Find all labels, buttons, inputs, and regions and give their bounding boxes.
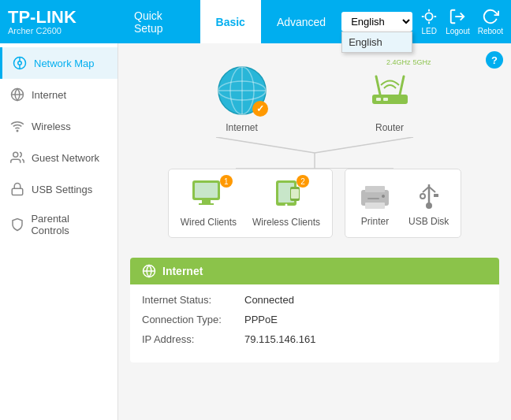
wireless-count-badge: 2 xyxy=(297,175,309,188)
usb-disk-device[interactable]: USB Disk xyxy=(408,180,449,227)
reboot-button[interactable]: Reboot xyxy=(478,8,503,35)
info-globe-icon xyxy=(142,264,156,278)
tab-advanced[interactable]: Advanced xyxy=(261,0,341,43)
svg-rect-22 xyxy=(383,98,388,101)
info-header: Internet xyxy=(130,258,499,284)
language-dropdown[interactable]: English xyxy=(341,12,412,32)
svg-point-7 xyxy=(18,61,22,65)
internet-label: Internet xyxy=(226,122,258,133)
sidebar-item-wireless[interactable]: Wireless xyxy=(0,110,117,142)
sidebar-label-wireless: Wireless xyxy=(32,121,71,132)
svg-point-36 xyxy=(285,204,288,206)
info-body: Internet Status: Connected Connection Ty… xyxy=(130,284,499,362)
language-dropdown-list: English xyxy=(341,32,412,53)
bottom-devices-row: 1 Wired Clients xyxy=(168,169,462,238)
wifi-24ghz-label: 2.4GHz xyxy=(386,58,411,66)
tab-quick-setup[interactable]: Quick Setup xyxy=(118,0,200,43)
sidebar-label-internet: Internet xyxy=(32,89,66,101)
router-label: Router xyxy=(375,122,404,133)
connection-type-label: Connection Type: xyxy=(142,314,244,325)
main-layout: Network Map Internet Wirele xyxy=(0,43,511,420)
svg-point-47 xyxy=(420,194,425,199)
svg-line-26 xyxy=(315,137,413,153)
tab-basic[interactable]: Basic xyxy=(200,0,261,43)
ip-value: 79.115.146.161 xyxy=(244,333,315,345)
logout-button[interactable]: Logout xyxy=(446,8,470,35)
router-device: 2.4GHz 5GHz xyxy=(364,65,416,133)
wireless-icon xyxy=(9,118,25,134)
sidebar: Network Map Internet Wirele xyxy=(0,43,118,420)
svg-rect-21 xyxy=(376,98,381,101)
svg-rect-40 xyxy=(365,186,385,192)
svg-point-49 xyxy=(426,203,432,209)
ip-label: IP Address: xyxy=(142,333,244,345)
info-panel: Internet Internet Status: Connected Conn… xyxy=(130,258,499,362)
connector-svg xyxy=(149,137,480,169)
svg-rect-43 xyxy=(367,198,379,199)
wired-clients-label: Wired Clients xyxy=(181,217,237,228)
sidebar-item-guest-network[interactable]: Guest Network xyxy=(0,142,117,173)
usb-disk-label: USB Disk xyxy=(408,216,449,227)
parental-controls-icon xyxy=(9,217,24,232)
help-button[interactable]: ? xyxy=(486,51,503,69)
header-right: English English LED Logout xyxy=(341,8,503,35)
sidebar-item-internet[interactable]: Internet xyxy=(0,79,117,110)
svg-line-23 xyxy=(376,76,380,95)
reboot-label: Reboot xyxy=(478,27,503,35)
logout-label: Logout xyxy=(446,27,470,35)
svg-rect-48 xyxy=(434,194,438,197)
led-icon xyxy=(420,8,438,25)
svg-rect-32 xyxy=(202,200,211,203)
info-row-ip: IP Address: 79.115.146.161 xyxy=(142,333,487,345)
usb-svg xyxy=(413,180,445,212)
wireless-clients-badge: 2 xyxy=(270,179,303,213)
wired-count-badge: 1 xyxy=(220,175,233,188)
info-title: Internet xyxy=(162,265,203,277)
internet-device: ✓ Internet xyxy=(214,63,270,133)
status-label: Internet Status: xyxy=(142,294,244,306)
svg-line-24 xyxy=(400,76,404,95)
svg-rect-31 xyxy=(195,183,218,198)
sidebar-item-usb-settings[interactable]: USB Settings xyxy=(0,173,117,205)
usb-devices-box: Printer USB Disk xyxy=(345,169,461,238)
connector-lines xyxy=(149,137,480,169)
info-row-status: Internet Status: Connected xyxy=(142,294,487,306)
content-area: ? ✓ Internet xyxy=(118,43,511,420)
language-selector[interactable]: English English xyxy=(341,12,412,32)
sidebar-label-usb-settings: USB Settings xyxy=(32,184,92,195)
clients-box: 1 Wired Clients xyxy=(168,169,333,238)
brand-logo: TP-LINK xyxy=(8,9,118,26)
wifi-badges: 2.4GHz 5GHz xyxy=(386,58,431,66)
usb-settings-icon xyxy=(9,181,25,197)
svg-point-12 xyxy=(17,130,18,132)
svg-rect-38 xyxy=(291,189,299,199)
printer-svg xyxy=(357,180,393,212)
sidebar-label-parental-controls: Parental Controls xyxy=(31,213,108,236)
logo-area: TP-LINK Archer C2600 xyxy=(8,9,118,35)
sidebar-item-network-map[interactable]: Network Map xyxy=(0,47,117,79)
led-label: LED xyxy=(421,27,436,35)
reboot-icon xyxy=(482,8,499,25)
led-button[interactable]: LED xyxy=(420,8,438,35)
status-value: Connected xyxy=(244,294,294,306)
printer-device[interactable]: Printer xyxy=(357,180,393,227)
nav-tabs: Quick Setup Basic Advanced xyxy=(118,0,341,43)
header: TP-LINK Archer C2600 Quick Setup Basic A… xyxy=(0,0,511,43)
top-devices-row: ✓ Internet 2.4GHz 5GHz xyxy=(214,63,416,133)
wired-clients-device[interactable]: 1 Wired Clients xyxy=(181,179,237,228)
svg-rect-14 xyxy=(12,188,23,195)
svg-rect-41 xyxy=(365,203,385,209)
wifi-5ghz-label: 5GHz xyxy=(412,58,431,66)
router-svg xyxy=(364,65,416,116)
lang-option-english[interactable]: English xyxy=(342,32,412,52)
wireless-clients-device[interactable]: 2 Wireless Clients xyxy=(252,179,320,228)
svg-rect-33 xyxy=(199,203,214,205)
sidebar-label-guest-network: Guest Network xyxy=(32,152,99,164)
brand-model: Archer C2600 xyxy=(8,26,118,35)
guest-network-icon xyxy=(9,150,25,165)
printer-label: Printer xyxy=(361,216,389,227)
sidebar-item-parental-controls[interactable]: Parental Controls xyxy=(0,205,117,244)
svg-point-13 xyxy=(13,152,18,157)
globe-icon: ✓ xyxy=(214,63,270,118)
sidebar-label-network-map: Network Map xyxy=(34,58,95,69)
